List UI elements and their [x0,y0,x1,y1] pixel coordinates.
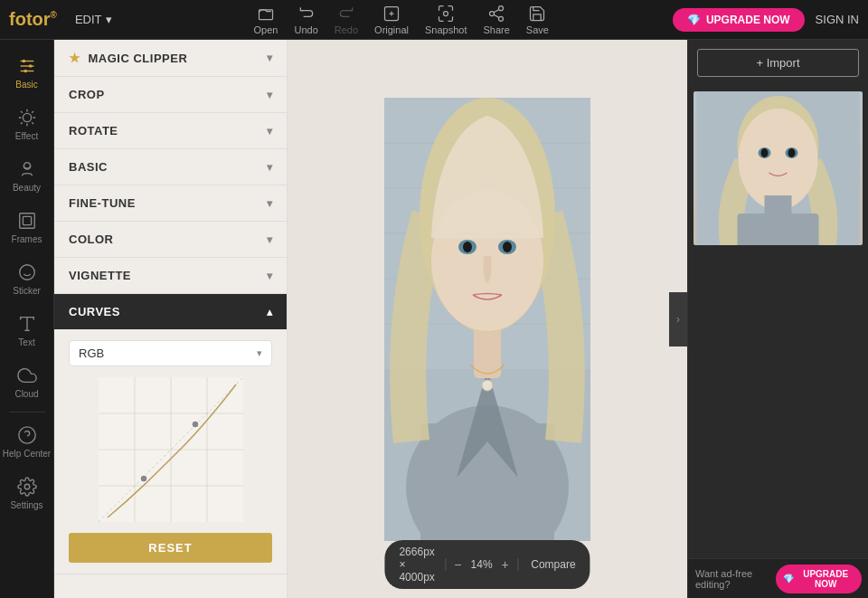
ad-text: Want ad-free editing? [695,568,776,590]
color-header[interactable]: COLOR ▾ [54,222,287,257]
sign-in-button[interactable]: SIGN IN [816,13,859,26]
sidebar-item-settings[interactable]: Settings [0,468,53,519]
save-action[interactable]: Save [526,5,549,35]
curves-graph[interactable] [99,377,243,522]
thumbnail-svg [693,91,863,245]
heart-diamond-icon: 💎 [687,14,701,26]
svg-rect-17 [23,216,31,224]
svg-point-51 [463,242,472,252]
zoom-in-button[interactable]: + [502,557,509,572]
sidebar-item-cloud[interactable]: Cloud [0,356,53,408]
original-icon [382,5,401,23]
basic-chevron: ▾ [267,161,273,174]
svg-point-11 [22,60,25,63]
crop-chevron: ▾ [267,89,273,101]
magic-clipper-section: ★ MAGIC CLIPPER ▾ [54,40,287,77]
svg-point-14 [23,113,31,121]
basic-header[interactable]: BASIC ▾ [54,149,287,185]
svg-point-52 [503,242,512,252]
beauty-icon [17,159,37,179]
zoom-bar: 2666px × 4000px − 14% + Compare [384,540,590,589]
main-image [384,98,590,541]
right-panel: + Import [687,40,868,598]
fine-tune-chevron: ▾ [267,197,273,210]
vignette-section: VIGNETTE ▾ [54,258,287,294]
upgrade-now-button-2[interactable]: 💎 UPGRADE NOW [776,565,862,593]
canvas-area: 2666px × 4000px − 14% + Compare [288,40,687,598]
rotate-section: ROTATE ▾ [54,113,287,149]
upgrade-now-button[interactable]: 💎 UPGRADE NOW [673,8,805,32]
crop-header[interactable]: CROP ▾ [54,77,287,112]
curves-section: CURVES ▴ RGB ▾ [54,294,287,574]
svg-point-5 [499,16,504,21]
undo-icon [297,5,316,23]
share-action[interactable]: Share [483,5,509,35]
svg-point-18 [19,265,34,280]
curves-content: RGB ▾ [54,329,287,574]
svg-point-3 [499,5,504,10]
zoom-level: 14% [471,558,493,571]
curves-chevron: ▴ [267,306,273,318]
effect-icon [17,108,37,128]
redo-icon [337,5,355,23]
tools-panel: ★ MAGIC CLIPPER ▾ CROP ▾ ROTATE ▾ BASIC [54,40,288,598]
curves-header[interactable]: CURVES ▴ [54,294,287,329]
settings-icon [17,477,37,497]
open-action[interactable]: Open [254,5,278,35]
save-icon [528,5,546,23]
sidebar-item-beauty[interactable]: Beauty [0,150,53,202]
svg-point-2 [444,11,448,15]
sidebar-item-effect[interactable]: Effect [0,99,53,150]
reset-button[interactable]: RESET [69,533,272,563]
snapshot-icon [437,5,455,23]
sticker-icon [17,262,37,282]
svg-point-53 [482,380,493,391]
fine-tune-section: FINE-TUNE ▾ [54,185,287,222]
svg-point-4 [490,11,495,15]
crop-section: CROP ▾ [54,77,287,113]
sidebar-item-frames[interactable]: Frames [0,202,53,253]
snapshot-action[interactable]: Snapshot [425,5,467,35]
svg-point-13 [24,70,27,73]
rotate-header[interactable]: ROTATE ▾ [54,113,287,148]
vignette-chevron: ▾ [267,270,273,282]
heart-icon-2: 💎 [783,574,794,584]
help-icon [17,425,37,445]
svg-point-33 [140,475,147,482]
snapshot-thumbnail[interactable] [693,91,863,245]
star-icon: ★ [69,51,81,65]
bottom-ad-bar: Want ad-free editing? 💎 UPGRADE NOW [688,558,868,598]
vignette-header[interactable]: VIGNETTE ▾ [54,258,287,293]
fine-tune-header[interactable]: FINE-TUNE ▾ [54,185,287,221]
compare-button[interactable]: Compare [531,558,575,571]
svg-point-56 [739,109,818,210]
sidebar-item-text[interactable]: Text [0,305,53,356]
svg-rect-16 [19,214,34,229]
svg-line-6 [494,14,499,17]
panel-expand-button[interactable]: › [669,292,687,346]
sidebar-item-help[interactable]: Help Center [0,416,53,468]
open-icon [257,5,275,23]
import-button[interactable]: + Import [697,49,859,77]
logo-text: fotor [9,9,51,29]
svg-point-25 [24,484,30,489]
original-action[interactable]: Original [374,5,409,35]
rotate-chevron: ▾ [267,125,273,138]
svg-point-59 [761,148,769,157]
magic-clipper-header[interactable]: ★ MAGIC CLIPPER ▾ [54,40,287,76]
toolbar-actions: Open Undo Redo Original Snapshot Share [130,5,673,35]
rgb-channel-select[interactable]: RGB ▾ [69,340,272,366]
edit-menu-button[interactable]: EDIT ▾ [75,13,112,26]
undo-action[interactable]: Undo [294,5,317,35]
svg-point-60 [788,148,796,157]
rgb-chevron-icon: ▾ [257,347,262,359]
main-content: Basic Effect Beauty Frames Sticker Text … [0,40,868,598]
share-icon [487,5,505,23]
app-logo: fotor® [9,9,57,30]
sidebar-item-sticker[interactable]: Sticker [0,253,53,305]
zoom-out-button[interactable]: − [454,557,461,572]
sidebar-item-basic[interactable]: Basic [0,47,53,99]
redo-action[interactable]: Redo [335,5,358,35]
image-container [288,40,687,598]
basic-section: BASIC ▾ [54,149,287,185]
